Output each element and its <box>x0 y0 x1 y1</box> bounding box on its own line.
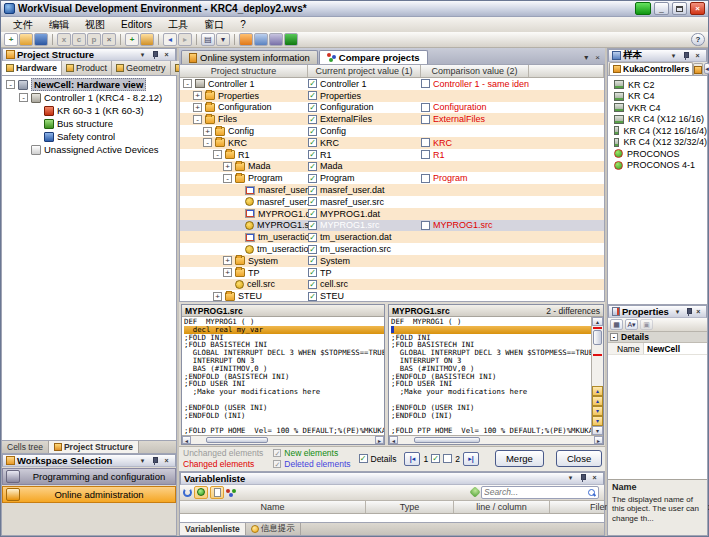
compare-row[interactable]: -Program ✓Program Program <box>180 172 604 184</box>
scroll-left-icon[interactable]: ◂ <box>389 436 398 444</box>
tree-item[interactable]: KR 60-3 1 (KR 60-3) <box>2 104 176 117</box>
code-editor-left[interactable]: DEF MYPROG1 ( ) decl real my_var;FOLD IN… <box>182 317 384 435</box>
tab-other-catalog[interactable] <box>693 63 703 75</box>
code-editor-right[interactable]: DEF MYPROG1 ( ) ;FOLD INI;FOLD BASISTECH… <box>389 317 591 435</box>
pane2-checkbox[interactable] <box>443 454 452 463</box>
checkbox-checked[interactable]: ✓ <box>308 245 317 254</box>
merge-button[interactable]: Merge <box>495 450 544 467</box>
menu-edit[interactable]: 编辑 <box>41 18 77 32</box>
checkbox-checked[interactable]: ✓ <box>308 127 317 136</box>
tab-online-system-information[interactable]: Online system information <box>181 50 318 64</box>
panel-menu-icon[interactable]: ▾ <box>565 473 576 483</box>
minimize-button[interactable]: _ <box>654 2 669 15</box>
workspace-programming-and-configuration[interactable]: Programming and configuration <box>2 468 176 485</box>
workspace-online-administration[interactable]: Online administration <box>2 486 176 503</box>
restore-icon[interactable] <box>140 33 154 46</box>
checkbox-disabled-checked[interactable]: ✓ <box>273 460 281 468</box>
categorized-button[interactable]: ▦ <box>610 319 623 330</box>
scroll-thumb[interactable] <box>414 437 481 443</box>
checkbox-unchecked[interactable] <box>421 150 430 159</box>
paste-icon[interactable]: p <box>87 33 101 46</box>
close-button[interactable]: × <box>690 2 705 15</box>
tree-item[interactable]: -NewCell: Hardware view <box>2 78 176 91</box>
close-icon[interactable]: × <box>161 456 172 466</box>
column-header[interactable]: Comparison value (2) <box>421 65 529 77</box>
expander-icon[interactable]: - <box>19 93 28 102</box>
compare-row[interactable]: masref_user.src ✓masref_user.src <box>180 196 604 208</box>
close-icon[interactable]: × <box>161 50 172 60</box>
close-document-icon[interactable]: × <box>592 53 603 62</box>
compare-row[interactable]: -Controller 1 ✓Controller 1 Controller 1… <box>180 78 604 90</box>
checkbox-checked[interactable]: ✓ <box>308 115 317 124</box>
checkbox-checked[interactable]: ✓ <box>308 138 317 147</box>
tab-geometry[interactable]: Geometry <box>112 61 171 75</box>
expander-icon[interactable]: - <box>6 80 15 89</box>
close-compare-button[interactable]: Close <box>556 450 602 467</box>
details-group[interactable]: - Details <box>608 332 707 343</box>
catalog-item[interactable]: VKR C4 <box>614 102 707 114</box>
checkbox-checked[interactable]: ✓ <box>308 233 317 242</box>
deploy-icon[interactable] <box>284 33 298 46</box>
first-difference-button[interactable]: |◂ <box>404 452 420 466</box>
column-header[interactable]: Current project value (1) <box>308 65 421 77</box>
expander-icon[interactable]: + <box>193 103 202 112</box>
h-scrollbar-left[interactable]: ◂ ▸ <box>182 435 384 444</box>
checkbox-checked[interactable]: ✓ <box>308 103 317 112</box>
compare-row[interactable]: cell.src ✓cell.src <box>180 279 604 291</box>
compare-row[interactable]: +Properties ✓Properties <box>180 90 604 102</box>
diff-scrollbar[interactable]: ▴ ▴ ▴ ▾ ▾ ▾ <box>591 317 603 435</box>
close-icon[interactable]: × <box>589 473 600 483</box>
open-project-icon[interactable] <box>19 33 33 46</box>
compare-row[interactable]: +Mada ✓Mada <box>180 161 604 173</box>
details-checkbox[interactable]: ✓ Details <box>359 454 397 464</box>
configure-icon[interactable] <box>269 33 283 46</box>
compare-row[interactable]: +Config ✓Config <box>180 125 604 137</box>
tree-item[interactable]: Bus structure <box>2 117 176 130</box>
expander-icon[interactable]: + <box>193 91 202 100</box>
compare-row[interactable]: tm_useraction.src ✓tm_useraction.src <box>180 243 604 255</box>
menu-view[interactable]: 视图 <box>77 18 113 32</box>
expander-icon[interactable]: - <box>183 79 192 88</box>
expander-icon[interactable]: - <box>223 174 232 183</box>
expander-icon[interactable]: - <box>203 138 212 147</box>
collapse-icon[interactable]: - <box>610 333 618 341</box>
expander-icon[interactable]: + <box>203 127 212 136</box>
scroll-up-icon[interactable]: ▴ <box>592 317 603 326</box>
last-difference-button[interactable]: ▸| <box>463 452 479 466</box>
scroll-thumb[interactable] <box>206 437 269 443</box>
expander-icon[interactable]: - <box>213 150 222 159</box>
catalog-item[interactable]: KR C4 (X12 16/16/4) <box>614 125 707 137</box>
scroll-down-icon[interactable]: ▾ <box>592 426 603 435</box>
compare-row[interactable]: tm_useraction.dat ✓tm_useraction.dat <box>180 231 604 243</box>
pane1-checkbox[interactable]: ✓ <box>431 454 440 463</box>
restore-button[interactable] <box>672 2 687 15</box>
panel-menu-icon[interactable]: ▾ <box>668 51 679 61</box>
checkbox-unchecked[interactable] <box>421 103 430 112</box>
checkbox-checked[interactable]: ✓ <box>308 186 317 195</box>
add-element-icon[interactable]: + <box>125 33 139 46</box>
checkbox-checked[interactable]: ✓ <box>308 292 317 301</box>
catalog-item[interactable]: KR C4 (X12 16/16) <box>614 114 707 126</box>
tab-hardware[interactable]: Hardware <box>2 61 62 75</box>
expander-icon[interactable]: - <box>193 115 202 124</box>
prev-diff-button[interactable]: ▴ <box>592 396 603 406</box>
menu-editors[interactable]: Editors <box>113 19 160 30</box>
checkbox-checked[interactable]: ✓ <box>308 209 317 218</box>
delete-icon[interactable]: × <box>102 33 116 46</box>
menu-help[interactable]: ? <box>232 19 254 30</box>
pin-icon[interactable] <box>150 50 159 60</box>
scroll-tabs-left-icon[interactable]: ◂ <box>704 63 709 74</box>
search-icon[interactable] <box>587 488 596 497</box>
compare-row[interactable]: -KRC ✓KRC KRC <box>180 137 604 149</box>
property-pages-button[interactable]: ▣ <box>640 319 653 330</box>
tab-list-icon[interactable]: ▾ <box>581 53 591 62</box>
tree-item[interactable]: Unassigned Active Devices <box>2 143 176 156</box>
search-input[interactable] <box>484 487 587 497</box>
save-icon[interactable] <box>34 33 48 46</box>
scroll-left-icon[interactable]: ◂ <box>182 436 191 444</box>
compare-row[interactable]: +Configuration ✓Configuration Configurat… <box>180 102 604 114</box>
checkbox-unchecked[interactable] <box>421 79 430 88</box>
refresh-icon[interactable] <box>183 488 192 497</box>
checkbox-checked[interactable]: ✓ <box>308 268 317 277</box>
scroll-thumb[interactable] <box>593 330 602 346</box>
